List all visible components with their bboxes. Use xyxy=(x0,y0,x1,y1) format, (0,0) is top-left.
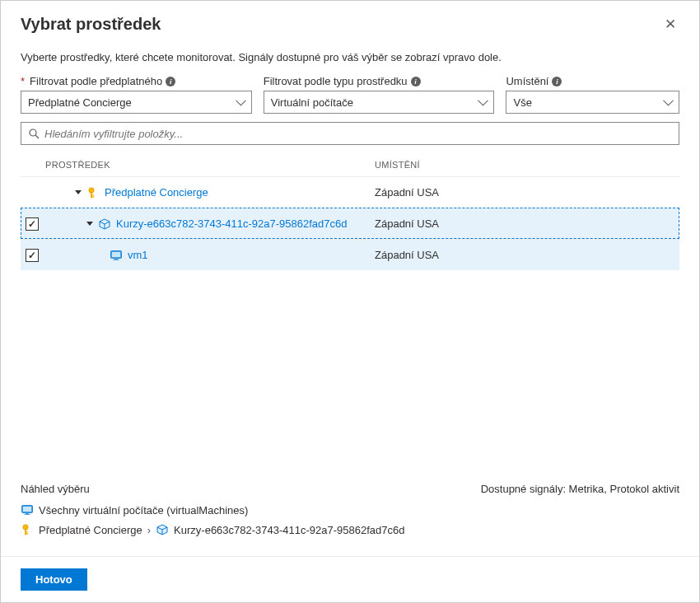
close-icon[interactable]: ✕ xyxy=(661,14,679,35)
chevron-down-icon[interactable] xyxy=(86,222,93,226)
table-row[interactable]: vm1 Západní USA xyxy=(21,239,679,270)
key-icon xyxy=(21,523,34,536)
search-icon xyxy=(28,128,40,139)
chevron-down-icon[interactable] xyxy=(75,190,82,194)
row-checkbox[interactable] xyxy=(26,217,39,231)
breadcrumb-resource-group: Kurzy-e663c782-3743-411c-92a7-95862fad7c… xyxy=(174,524,404,536)
resource-group-icon xyxy=(98,217,111,231)
done-button[interactable]: Hotovo xyxy=(21,568,87,591)
resource-name[interactable]: Předplatné Concierge xyxy=(105,186,208,199)
resource-name[interactable]: vm1 xyxy=(128,249,148,261)
filter-resource-type-select[interactable]: Virtuální počítače xyxy=(264,91,495,114)
available-signals: Dostupné signály: Metrika, Protokol akti… xyxy=(481,483,679,495)
vm-icon xyxy=(21,503,34,517)
resource-group-icon xyxy=(156,523,169,536)
row-checkbox[interactable] xyxy=(26,249,39,262)
info-icon[interactable]: i xyxy=(166,77,175,86)
filter-location-label: Umístění i xyxy=(506,75,679,87)
preview-title: Náhled výběru xyxy=(21,483,90,495)
column-header-location[interactable]: UMÍSTĚNÍ xyxy=(375,160,679,170)
filter-subscription-select[interactable]: Předplatné Concierge xyxy=(21,91,252,114)
table-row[interactable]: Kurzy-e663c782-3743-411c-92a7-95862fad7c… xyxy=(21,208,679,239)
chevron-right-icon: › xyxy=(147,524,151,536)
filter-location-select[interactable]: Vše xyxy=(506,91,679,114)
table-row[interactable]: Předplatné Concierge Západní USA xyxy=(21,176,679,208)
resource-name[interactable]: Kurzy-e663c782-3743-411c-92a7-95862fad7c… xyxy=(116,217,347,230)
column-header-resource[interactable]: PROSTŘEDEK xyxy=(21,160,375,170)
resource-location: Západní USA xyxy=(375,186,679,199)
info-icon[interactable]: i xyxy=(411,77,421,86)
breadcrumb: Předplatné Concierge › Kurzy-e663c782-37… xyxy=(21,523,679,536)
filter-subscription-label: * Filtrovat podle předplatného i xyxy=(21,75,252,87)
resource-location: Západní USA xyxy=(375,249,679,261)
panel-title: Vybrat prostředek xyxy=(21,15,161,34)
vm-icon xyxy=(110,249,123,262)
instruction-text: Vyberte prostředky, které chcete monitor… xyxy=(21,51,679,63)
search-input[interactable] xyxy=(44,128,672,140)
resource-location: Západní USA xyxy=(375,217,679,230)
key-icon xyxy=(86,186,100,199)
search-input-wrapper[interactable] xyxy=(21,122,679,145)
resource-table: PROSTŘEDEK UMÍSTĚNÍ Předplatné Concierge… xyxy=(21,153,679,474)
breadcrumb-subscription: Předplatné Concierge xyxy=(39,524,142,536)
info-icon[interactable]: i xyxy=(552,77,562,86)
filter-resource-type-label: Filtrovat podle typu prostředku i xyxy=(264,75,495,87)
preview-summary: Všechny virtuální počítače (virtualMachi… xyxy=(39,504,248,517)
